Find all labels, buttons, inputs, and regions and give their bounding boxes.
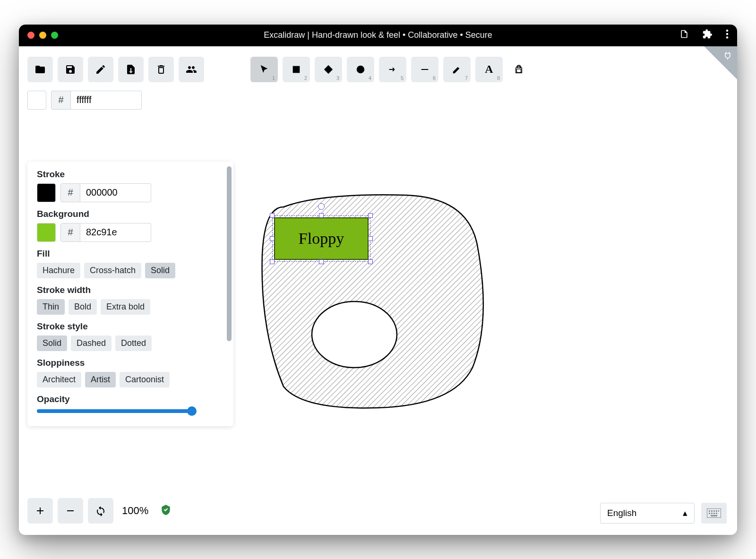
clear-canvas-button[interactable] (148, 57, 174, 82)
tool-diamond[interactable]: 3 (315, 57, 342, 82)
tool-arrow[interactable]: 5 (379, 57, 406, 82)
fill-label: Fill (37, 249, 233, 259)
svg-point-1 (726, 33, 729, 35)
stroke-input[interactable] (80, 183, 151, 202)
selection-handle-nw[interactable] (270, 213, 275, 218)
stroke-label: Stroke (37, 169, 233, 180)
properties-panel: Stroke # Background # Fill (27, 162, 233, 426)
close-window-button[interactable] (27, 32, 34, 39)
canvas-background-row: # (27, 91, 142, 110)
language-select[interactable]: English ▴ (600, 503, 695, 524)
background-swatch[interactable] (37, 223, 56, 242)
hash-label: # (60, 223, 80, 242)
tool-draw[interactable]: 7 (443, 57, 471, 82)
file-icon[interactable] (679, 29, 689, 42)
collaborate-button[interactable] (179, 57, 204, 82)
open-button[interactable] (27, 57, 53, 82)
svg-rect-13 (718, 510, 719, 512)
selection-handle-sw[interactable] (270, 259, 275, 264)
svg-rect-15 (711, 513, 713, 514)
svg-point-0 (726, 29, 729, 32)
stroke-width-options: Thin Bold Extra bold (37, 299, 233, 315)
tool-select[interactable]: 1 (250, 57, 278, 82)
selection-handle-se[interactable] (368, 259, 373, 264)
svg-rect-11 (713, 510, 715, 512)
svg-rect-14 (709, 513, 710, 514)
stroke-style-label: Stroke style (37, 321, 233, 332)
export-button[interactable] (118, 57, 144, 82)
window-controls (27, 32, 58, 39)
stroke-width-label: Stroke width (37, 285, 233, 295)
save-as-button[interactable] (88, 57, 113, 82)
opacity-label: Opacity (37, 394, 233, 404)
sloppiness-label: Sloppiness (37, 358, 233, 368)
keyboard-shortcuts-button[interactable] (701, 503, 727, 524)
selection-handle-n[interactable] (319, 213, 324, 218)
rotation-handle[interactable] (318, 203, 325, 210)
hash-label: # (51, 91, 71, 110)
plug-icon (723, 51, 732, 62)
menu-dots-icon[interactable] (726, 29, 729, 42)
extension-icon[interactable] (702, 29, 713, 42)
maximize-window-button[interactable] (51, 32, 58, 39)
canvas-bg-input[interactable] (71, 91, 142, 110)
selection-handle-w[interactable] (270, 236, 275, 241)
canvas[interactable]: Floppy (236, 94, 709, 472)
sw-extrabold[interactable]: Extra bold (101, 299, 150, 315)
lock-button[interactable] (509, 60, 528, 79)
tool-rectangle[interactable]: 2 (283, 57, 310, 82)
encryption-shield-icon[interactable] (160, 504, 172, 518)
opacity-slider-thumb[interactable] (187, 406, 197, 416)
sw-bold[interactable]: Bold (69, 299, 97, 315)
zoom-reset-button[interactable] (88, 498, 113, 524)
stroke-swatch[interactable] (37, 183, 56, 202)
svg-point-4 (357, 65, 365, 73)
sl-cartoonist[interactable]: Cartoonist (120, 372, 170, 387)
app-window: Excalidraw | Hand-drawn look & feel • Co… (19, 25, 737, 535)
language-value: English (607, 508, 636, 518)
svg-rect-18 (711, 515, 717, 516)
canvas-bg-swatch[interactable] (27, 91, 46, 110)
fill-solid[interactable]: Solid (145, 263, 175, 278)
fill-crosshatch[interactable]: Cross-hatch (84, 263, 141, 278)
background-input[interactable] (80, 223, 151, 242)
tool-line[interactable]: 6 (411, 57, 438, 82)
tool-text[interactable]: A 8 (475, 57, 503, 82)
page-title: Excalidraw | Hand-drawn look & feel • Co… (264, 30, 492, 40)
ss-dotted[interactable]: Dotted (115, 335, 152, 351)
sloppiness-options: Architect Artist Cartoonist (37, 372, 233, 387)
svg-point-7 (312, 301, 397, 368)
svg-rect-9 (709, 510, 710, 512)
svg-rect-12 (716, 510, 717, 512)
sl-artist[interactable]: Artist (85, 372, 116, 387)
app-body: # 1 2 3 4 5 (19, 46, 737, 535)
minimize-window-button[interactable] (39, 32, 46, 39)
selection-handle-e[interactable] (368, 236, 373, 241)
selection-handle-ne[interactable] (368, 213, 373, 218)
selection-outline (272, 215, 370, 262)
sw-thin[interactable]: Thin (37, 299, 65, 315)
svg-point-2 (726, 36, 729, 39)
background-label: Background (37, 209, 233, 219)
zoom-bar: 100% (27, 498, 172, 524)
props-scrollbar[interactable] (227, 166, 232, 341)
fill-options: Hachure Cross-hatch Solid (37, 263, 233, 278)
zoom-in-button[interactable] (27, 498, 53, 524)
svg-rect-17 (716, 513, 717, 514)
hash-label: # (60, 183, 80, 202)
tool-ellipse[interactable]: 4 (347, 57, 374, 82)
opacity-slider[interactable] (37, 409, 193, 413)
sl-architect[interactable]: Architect (37, 372, 81, 387)
zoom-percentage: 100% (122, 505, 148, 517)
svg-rect-10 (711, 510, 713, 512)
file-toolbar (27, 57, 204, 82)
zoom-out-button[interactable] (58, 498, 83, 524)
ss-dashed[interactable]: Dashed (71, 335, 112, 351)
fill-hachure[interactable]: Hachure (37, 263, 80, 278)
svg-rect-16 (713, 513, 715, 514)
chevron-up-icon: ▴ (683, 507, 687, 518)
ss-solid[interactable]: Solid (37, 335, 67, 351)
save-button[interactable] (58, 57, 83, 82)
titlebar: Excalidraw | Hand-drawn look & feel • Co… (19, 25, 737, 46)
selection-handle-s[interactable] (319, 259, 324, 264)
